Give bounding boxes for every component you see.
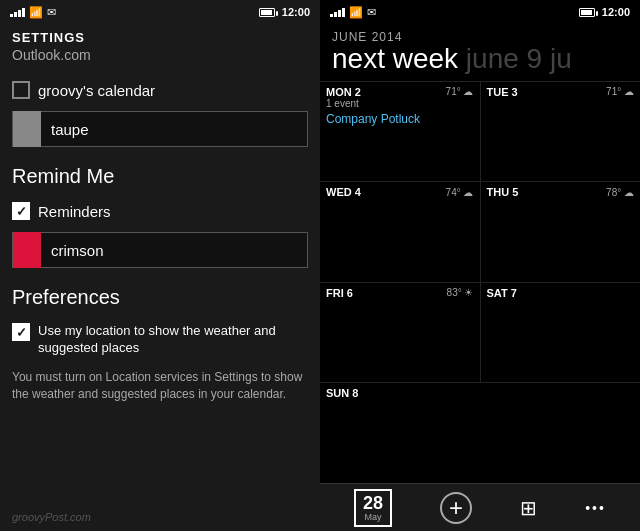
- view-toggle-button[interactable]: ⊞: [512, 494, 545, 522]
- week-row-3: FRI 6 83° ☀ SAT 7: [320, 282, 640, 383]
- tue3-label: TUE 3: [487, 86, 518, 98]
- cal-date-month: May: [365, 512, 382, 522]
- taupe-label: taupe: [41, 121, 99, 138]
- location-pref-checkbox[interactable]: [12, 323, 30, 341]
- calendar-header: JUNE 2014 next week june 9 ju: [320, 24, 640, 75]
- add-icon: +: [440, 492, 472, 524]
- status-time-right: 12:00: [602, 6, 630, 18]
- settings-title: SETTINGS: [0, 24, 320, 47]
- mon2-label: MON 2: [326, 86, 361, 98]
- location-pref-row[interactable]: Use my location to show the weather and …: [0, 315, 320, 365]
- groovy-calendar-checkbox[interactable]: [12, 81, 30, 99]
- day-fri6[interactable]: FRI 6 83° ☀: [320, 283, 481, 383]
- battery-icon-right: [579, 8, 595, 17]
- sun8-label: SUN 8: [326, 387, 358, 399]
- location-pref-note: You must turn on Location services in Se…: [0, 365, 320, 403]
- message-icon: ✉: [47, 6, 56, 19]
- week-title-text: next week: [332, 43, 458, 74]
- wed4-header: WED 4 74° ☁: [326, 186, 474, 198]
- tue3-weather: 71° ☁: [606, 86, 634, 97]
- fri6-weather: 83° ☀: [447, 287, 474, 298]
- message-icon-right: ✉: [367, 6, 376, 19]
- sat7-header: SAT 7: [487, 287, 635, 299]
- watermark: groovyPost.com: [0, 503, 320, 531]
- remind-me-title: Remind Me: [0, 151, 320, 194]
- day-empty: [480, 383, 640, 483]
- week-title: next week june 9 ju: [332, 44, 628, 75]
- reminders-check-row[interactable]: Reminders: [0, 194, 320, 228]
- thu5-weather: 78° ☁: [606, 187, 634, 198]
- signal-icons-right: 📶 ✉: [330, 6, 376, 19]
- month-year-label: JUNE 2014: [332, 30, 628, 44]
- crimson-swatch: [13, 232, 41, 268]
- calendar-panel: 📶 ✉ 12:00 JUNE 2014 next week june 9 ju …: [320, 0, 640, 531]
- week-date-text: june 9 ju: [466, 43, 572, 74]
- outlook-account: Outlook.com: [0, 47, 320, 73]
- thu5-label: THU 5: [487, 186, 519, 198]
- mon2-event-count: 1 event: [326, 98, 474, 109]
- view-icon: ⊞: [520, 498, 537, 518]
- calendar-check-row[interactable]: groovy's calendar: [0, 73, 320, 107]
- taupe-swatch: [13, 111, 41, 147]
- reminders-checkbox[interactable]: [12, 202, 30, 220]
- day-sat7[interactable]: SAT 7: [481, 283, 641, 383]
- wifi-icon-right: 📶: [349, 6, 363, 19]
- signal-bars: [10, 8, 25, 17]
- week-row-2: WED 4 74° ☁ THU 5 78° ☁: [320, 181, 640, 282]
- location-pref-label: Use my location to show the weather and …: [38, 323, 308, 357]
- day-thu5[interactable]: THU 5 78° ☁: [481, 182, 641, 282]
- bottom-toolbar: 28 May + ⊞ •••: [320, 483, 640, 531]
- signal-bars-right: [330, 8, 345, 17]
- thu5-header: THU 5 78° ☁: [487, 186, 635, 198]
- status-bar-right: 📶 ✉ 12:00: [320, 0, 640, 24]
- groovy-calendar-label: groovy's calendar: [38, 82, 155, 99]
- mon2-event[interactable]: Company Potluck: [326, 112, 474, 126]
- battery-icon: [259, 8, 275, 17]
- day-mon2[interactable]: MON 2 71° ☁ 1 event Company Potluck: [320, 82, 481, 182]
- sun8-header: SUN 8: [326, 387, 474, 399]
- mon2-header: MON 2 71° ☁: [326, 86, 474, 98]
- wifi-icon: 📶: [29, 6, 43, 19]
- cal-date-widget[interactable]: 28 May: [354, 489, 392, 527]
- preferences-title: Preferences: [0, 272, 320, 315]
- settings-panel: 📶 ✉ 12:00 SETTINGS Outlook.com groovy's …: [0, 0, 320, 531]
- reminders-label: Reminders: [38, 203, 111, 220]
- taupe-color-row[interactable]: taupe: [12, 111, 308, 147]
- calendar-date-button[interactable]: 28 May: [346, 485, 400, 531]
- signal-icons: 📶 ✉: [10, 6, 56, 19]
- day-sun8[interactable]: SUN 8: [320, 383, 480, 483]
- crimson-color-row[interactable]: crimson: [12, 232, 308, 268]
- more-options-button[interactable]: •••: [577, 497, 614, 519]
- wed4-weather: 74° ☁: [446, 187, 474, 198]
- mon2-weather: 71° ☁: [446, 86, 474, 97]
- week-row-4: SUN 8: [320, 382, 640, 483]
- sat7-label: SAT 7: [487, 287, 517, 299]
- day-tue3[interactable]: TUE 3 71° ☁: [481, 82, 641, 182]
- fri6-label: FRI 6: [326, 287, 353, 299]
- fri6-header: FRI 6 83° ☀: [326, 287, 474, 299]
- crimson-label: crimson: [41, 242, 114, 259]
- day-wed4[interactable]: WED 4 74° ☁: [320, 182, 481, 282]
- week-row-1: MON 2 71° ☁ 1 event Company Potluck TUE …: [320, 81, 640, 182]
- wed4-label: WED 4: [326, 186, 361, 198]
- status-bar-left: 📶 ✉ 12:00: [0, 0, 320, 24]
- cal-date-number: 28: [363, 494, 383, 512]
- tue3-header: TUE 3 71° ☁: [487, 86, 635, 98]
- more-icon: •••: [585, 501, 606, 515]
- status-time-left: 12:00: [282, 6, 310, 18]
- add-event-button[interactable]: +: [432, 488, 480, 528]
- calendar-grid: MON 2 71° ☁ 1 event Company Potluck TUE …: [320, 81, 640, 483]
